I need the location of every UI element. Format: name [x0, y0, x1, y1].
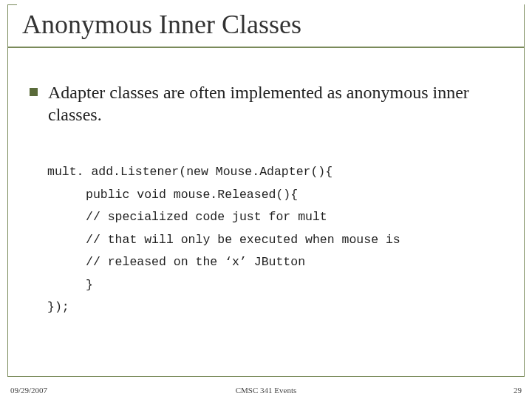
footer-page-number: 29: [514, 386, 522, 395]
slide-footer: 09/29/2007 CMSC 341 Events 29: [0, 386, 532, 395]
slide-content: Adapter classes are often implemented as…: [30, 81, 517, 319]
title-underline: [7, 47, 525, 48]
code-line: mult. add.Listener(new Mouse.Adapter(){: [47, 161, 517, 184]
footer-date: 09/29/2007: [10, 386, 47, 395]
code-block: mult. add.Listener(new Mouse.Adapter(){ …: [47, 161, 517, 319]
code-line: // specialized code just for mult: [47, 206, 517, 229]
code-line: public void mouse.Released(){: [47, 184, 517, 207]
code-line: // that will only be executed when mouse…: [47, 229, 517, 252]
slide-title: Anonymous Inner Classes: [22, 9, 306, 40]
code-line: });: [47, 296, 517, 319]
square-bullet-icon: [30, 88, 38, 96]
code-line: }: [47, 274, 517, 297]
bullet-item: Adapter classes are often implemented as…: [30, 81, 517, 126]
code-line: // released on the ‘x’ JButton: [47, 251, 517, 274]
body-text: Adapter classes are often implemented as…: [48, 81, 517, 126]
footer-course: CMSC 341 Events: [236, 386, 297, 395]
